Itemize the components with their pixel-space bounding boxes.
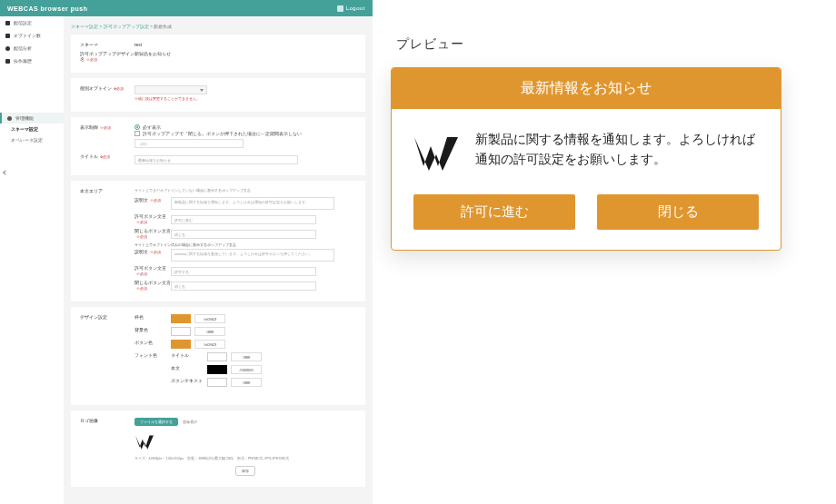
close2-label: 閉じるボタン文言※必須 bbox=[134, 280, 171, 291]
breadcrumb-current: 新規作成 bbox=[154, 24, 172, 29]
app-header: WEBCAS browser push Logout bbox=[0, 0, 373, 16]
allow2-label: 許可ボタン文言※必須 bbox=[134, 265, 171, 276]
title-input[interactable]: 最新情報をお知らせ bbox=[134, 155, 298, 164]
design-name-label: 許可ポップアップデザイン名※必須 bbox=[80, 51, 134, 62]
flag-icon bbox=[5, 34, 10, 38]
save-button[interactable]: 保存 bbox=[235, 466, 255, 476]
hex-btn[interactable]: #e0962f bbox=[194, 340, 225, 349]
sidebar-item-analytics[interactable]: 配信分析 bbox=[0, 42, 64, 54]
breadcrumb-link[interactable]: スキーマ設定 bbox=[71, 24, 98, 29]
checkbox-icon bbox=[134, 131, 140, 136]
preview-panel: プレビュー 最新情報をお知らせ 新製品に関する情報を通知します。よろしければ通知… bbox=[373, 0, 836, 504]
body-note1: サイト上でまだオプトインしていない場合に表示するポップアップ文言 bbox=[134, 188, 356, 193]
close-btn-input[interactable]: 閉じる bbox=[171, 230, 316, 239]
sidebar-group-admin[interactable]: 管理機能 bbox=[0, 113, 64, 124]
close2-input[interactable]: 閉じる bbox=[171, 282, 316, 291]
card-schema: スキーマ test 許可ポップアップデザイン名※必須 新製品をお知らせ bbox=[71, 35, 365, 73]
gear-icon bbox=[7, 116, 12, 121]
popup-logo-icon bbox=[413, 129, 459, 174]
desc2-label: 説明文※必須 bbox=[134, 249, 171, 254]
card-logo: ロゴ画像 ファイルを選択する 画像選択 サイズ : 44KByte・150x15… bbox=[71, 410, 365, 487]
hex-bg[interactable]: #ffffff bbox=[194, 327, 225, 336]
card-display: 表示制御※必須 必ず表示 許可ポップアップで「閉じる」ボタンが押下された場合に一… bbox=[71, 117, 365, 175]
logout-link[interactable]: Logout bbox=[337, 5, 365, 12]
sidebar-item-schema[interactable]: スキーマ設定 bbox=[0, 124, 64, 134]
body-note2: サイト上でオプトイン済みの場合に表示するポップアップ文言 bbox=[134, 242, 356, 247]
card-optin: 個別オプトイン※必須 ※途に後は変更することができません。 bbox=[71, 78, 365, 112]
swatch-font-title[interactable] bbox=[207, 352, 227, 361]
logo-preview-icon bbox=[134, 431, 154, 451]
logout-icon bbox=[337, 5, 343, 12]
checkbox-hide[interactable]: 許可ポップアップで「閉じる」ボタンが押下された場合に一定期間表示しない bbox=[134, 131, 302, 136]
optin-label: 個別オプトイン※必須 bbox=[80, 85, 134, 91]
title-label: タイトル※必須 bbox=[80, 153, 134, 159]
swatch-bg[interactable] bbox=[171, 327, 191, 336]
popup-close-button[interactable]: 閉じる bbox=[597, 194, 759, 230]
swatch-font-btn[interactable] bbox=[207, 378, 227, 387]
optin-warning: ※途に後は変更することができません。 bbox=[134, 96, 356, 101]
breadcrumb-link[interactable]: 許可ポップアップ設定 bbox=[104, 24, 149, 29]
sidebar: 配信設定 オプトイン数 配信分析 操作履歴 管理機能 スキーマ設定 オペレータ設… bbox=[0, 16, 64, 504]
chevron-down-icon bbox=[200, 89, 204, 92]
popup-body-text: 新製品に関する情報を通知します。よろしければ通知の許可設定をお願いします。 bbox=[475, 129, 759, 174]
design-section-label: デザイン設定 bbox=[80, 314, 134, 320]
desc2-input[interactable]: xxxxxxに関する情報を受信しています。よろしければ許可ボタンを押してください… bbox=[171, 249, 334, 262]
allow-btn-input[interactable]: 許可に進む bbox=[171, 215, 316, 224]
close-btn-label: 閉じるボタン文言※必須 bbox=[134, 228, 171, 239]
preview-label: プレビュー bbox=[396, 36, 818, 53]
swatch-font-body[interactable] bbox=[207, 365, 227, 374]
chevron-left-icon[interactable] bbox=[3, 170, 8, 175]
clock-icon bbox=[5, 59, 10, 64]
sidebar-item-history[interactable]: 操作履歴 bbox=[0, 54, 64, 67]
main-content: スキーマ設定 > 許可ポップアップ設定 > 新規作成 スキーマ test 許可ポ… bbox=[64, 16, 373, 504]
card-design: デザイン設定 枠色#e0962f 背景色#ffffff ボタン色#e0962f … bbox=[71, 307, 365, 405]
days-input[interactable]: （日） bbox=[134, 139, 244, 148]
gear-icon bbox=[5, 21, 10, 25]
schema-label: スキーマ bbox=[80, 42, 134, 47]
hex-bar[interactable]: #e0962f bbox=[194, 314, 225, 323]
file-status: 画像選択 bbox=[183, 420, 197, 424]
breadcrumb: スキーマ設定 > 許可ポップアップ設定 > 新規作成 bbox=[71, 24, 365, 29]
design-name-value: 新製品をお知らせ bbox=[134, 51, 356, 56]
schema-value: test bbox=[134, 42, 356, 47]
allow2-input[interactable]: 許可する bbox=[171, 267, 316, 276]
logo-section-label: ロゴ画像 bbox=[80, 418, 134, 423]
popup-preview: 最新情報をお知らせ 新製品に関する情報を通知します。よろしければ通知の許可設定を… bbox=[391, 67, 781, 251]
desc-input[interactable]: 新製品に関する情報を通知します。よろしければ通知の許可設定をお願いします。 bbox=[171, 197, 334, 210]
radio-icon bbox=[134, 124, 140, 130]
display-label: 表示制御※必須 bbox=[80, 124, 134, 130]
pie-icon bbox=[5, 46, 10, 51]
sidebar-item-operator[interactable]: オペレータ設定 bbox=[0, 134, 64, 145]
swatch-bar[interactable] bbox=[171, 314, 191, 323]
app-title: WEBCAS browser push bbox=[7, 5, 87, 12]
card-body: 本文エリア サイト上でまだオプトインしていない場合に表示するポップアップ文言 説… bbox=[71, 181, 365, 301]
desc-label: 説明文※必須 bbox=[134, 197, 171, 203]
sidebar-item-optin[interactable]: オプトイン数 bbox=[0, 29, 64, 42]
body-label: 本文エリア bbox=[80, 188, 134, 193]
allow-btn-label: 許可ボタン文言※必須 bbox=[134, 213, 171, 224]
popup-title: 最新情報をお知らせ bbox=[392, 68, 781, 109]
optin-select[interactable] bbox=[134, 85, 207, 94]
radio-always[interactable]: 必ず表示 bbox=[134, 124, 161, 130]
swatch-btn[interactable] bbox=[171, 340, 191, 349]
popup-allow-button[interactable]: 許可に進む bbox=[413, 194, 575, 230]
logo-info: サイズ : 44KByte・150x150px 容量：1MB以内(最大幅 200… bbox=[134, 456, 356, 460]
sidebar-item-delivery[interactable]: 配信設定 bbox=[0, 16, 64, 29]
file-select-button[interactable]: ファイルを選択する bbox=[134, 418, 178, 426]
